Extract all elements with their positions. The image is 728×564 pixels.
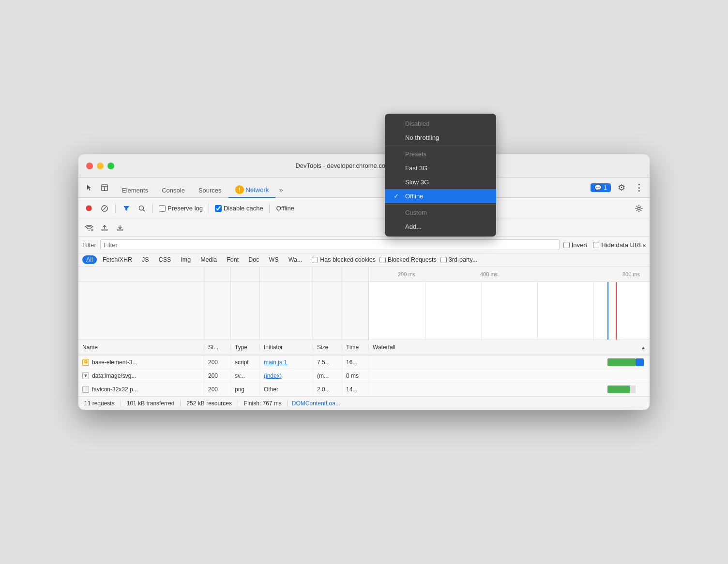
toolbar-separator-3 bbox=[209, 204, 209, 213]
svg-text:⚙: ⚙ bbox=[91, 228, 93, 232]
blocked-cookies-label: Has blocked cookies bbox=[320, 256, 376, 263]
cell-status-1: 200 bbox=[204, 369, 231, 382]
timeline-label-200ms: 200 ms bbox=[398, 271, 415, 277]
tab-left-icons bbox=[82, 181, 111, 197]
cell-type-2: png bbox=[231, 383, 260, 396]
col-header-status[interactable]: St... bbox=[204, 344, 231, 351]
dropdown-item-offline[interactable]: ✓ Offline bbox=[385, 189, 496, 203]
chat-badge[interactable]: 💬 1 bbox=[591, 183, 611, 192]
settings-gear-icon[interactable]: ⚙ bbox=[615, 181, 628, 194]
close-button[interactable] bbox=[86, 163, 93, 169]
svg-point-8 bbox=[89, 230, 90, 231]
svg-rect-13 bbox=[117, 229, 123, 231]
cell-size-0: 7.5... bbox=[313, 356, 342, 369]
upload-icon[interactable] bbox=[98, 221, 111, 235]
cell-size-1: (m... bbox=[313, 369, 342, 382]
search-icon[interactable] bbox=[135, 202, 149, 215]
dropdown-separator-2 bbox=[385, 204, 496, 205]
col-header-time[interactable]: Time bbox=[342, 344, 369, 351]
cell-waterfall-1 bbox=[369, 369, 650, 382]
hide-data-urls-checkbox-group: Hide data URLs bbox=[593, 241, 646, 249]
disable-cache-label: Disable cache bbox=[224, 205, 263, 212]
third-party-checkbox[interactable] bbox=[440, 257, 447, 263]
col-header-size[interactable]: Size bbox=[313, 344, 342, 351]
record-button[interactable]: ⏺ bbox=[82, 202, 96, 215]
invert-label: Invert bbox=[572, 241, 588, 249]
network-warning-icon: ! bbox=[235, 185, 244, 194]
type-filter-fetchxhr[interactable]: Fetch/XHR bbox=[99, 255, 136, 264]
invert-checkbox[interactable] bbox=[563, 242, 570, 248]
cell-status-2: 200 bbox=[204, 383, 231, 396]
timeline-header: 200 ms 400 ms 800 ms bbox=[78, 267, 650, 282]
svg-line-4 bbox=[104, 207, 106, 209]
col-header-waterfall[interactable]: Waterfall ▲ bbox=[369, 344, 650, 351]
cell-initiator-1: (index) bbox=[260, 369, 313, 382]
filter-input[interactable] bbox=[100, 239, 560, 250]
tab-more-button[interactable]: » bbox=[275, 183, 287, 197]
disable-cache-checkbox[interactable] bbox=[215, 205, 222, 212]
tab-sources[interactable]: Sources bbox=[192, 184, 228, 198]
preserve-log-checkbox[interactable] bbox=[159, 205, 166, 212]
filter-icon[interactable] bbox=[120, 202, 133, 215]
status-finish: Finish: 767 ms bbox=[238, 400, 288, 407]
cell-type-0: script bbox=[231, 356, 260, 369]
type-filter-js[interactable]: JS bbox=[138, 255, 153, 264]
type-filter-bar: All Fetch/XHR JS CSS Img Media Font Doc … bbox=[78, 253, 650, 267]
table-row[interactable]: favicon-32x32.p... 200 png Other 2.0... … bbox=[78, 383, 650, 396]
download-icon[interactable] bbox=[113, 221, 127, 235]
png-file-icon bbox=[82, 386, 89, 393]
svg-line-6 bbox=[143, 209, 145, 211]
throttle-dropdown-menu[interactable]: Disabled No throttling Presets Fast 3G S… bbox=[385, 114, 496, 237]
type-filter-css[interactable]: CSS bbox=[155, 255, 175, 264]
minimize-button[interactable] bbox=[97, 163, 104, 169]
type-filter-media[interactable]: Media bbox=[197, 255, 221, 264]
col-header-initiator[interactable]: Initiator bbox=[260, 344, 313, 351]
tab-network[interactable]: ! Network bbox=[228, 182, 276, 198]
type-filter-doc[interactable]: Doc bbox=[244, 255, 263, 264]
table-row[interactable]: ⧉ base-element-3... 200 script main.js:1… bbox=[78, 356, 650, 369]
cell-size-2: 2.0... bbox=[313, 383, 342, 396]
cell-initiator-0: main.js:1 bbox=[260, 356, 313, 369]
tab-bar: Elements Console Sources ! Network » 💬 1… bbox=[78, 178, 650, 198]
col-header-type[interactable]: Type bbox=[231, 344, 260, 351]
cursor-icon[interactable] bbox=[82, 181, 96, 194]
cell-status-0: 200 bbox=[204, 356, 231, 369]
toolbar: ⏺ Preserve log Disable cach bbox=[78, 198, 650, 219]
dropdown-item-no-throttling[interactable]: No throttling bbox=[385, 131, 496, 145]
panel-icon[interactable] bbox=[98, 181, 111, 194]
clear-button[interactable] bbox=[98, 202, 111, 215]
more-options-icon[interactable]: ⋮ bbox=[632, 181, 646, 194]
dropdown-item-add[interactable]: Add... bbox=[385, 220, 496, 234]
toolbar2: ⚙ bbox=[78, 219, 650, 237]
devtools-window: DevTools - developer.chrome.com/docs/dev… bbox=[78, 154, 650, 410]
preserve-log-checkbox-group: Preserve log bbox=[159, 205, 203, 212]
blocked-cookies-checkbox[interactable] bbox=[312, 257, 318, 263]
wifi-settings-icon[interactable]: ⚙ bbox=[82, 221, 96, 235]
type-filter-wa[interactable]: Wa... bbox=[285, 255, 306, 264]
hide-data-urls-checkbox[interactable] bbox=[593, 242, 599, 248]
maximize-button[interactable] bbox=[107, 163, 114, 169]
type-filter-ws[interactable]: WS bbox=[265, 255, 282, 264]
type-filter-font[interactable]: Font bbox=[223, 255, 243, 264]
filter-bar: Filter Invert Hide data URLs bbox=[78, 237, 650, 253]
dropdown-item-slow3g[interactable]: Slow 3G bbox=[385, 175, 496, 189]
cell-initiator-2: Other bbox=[260, 383, 313, 396]
type-filter-all[interactable]: All bbox=[82, 255, 97, 264]
tab-elements[interactable]: Elements bbox=[115, 184, 155, 198]
timeline-grid-line-4 bbox=[593, 282, 594, 340]
table-row[interactable]: ▼ data:image/svg... 200 sv... (index) (m… bbox=[78, 369, 650, 383]
blocked-requests-checkbox[interactable] bbox=[379, 257, 386, 263]
dropdown-item-fast3g[interactable]: Fast 3G bbox=[385, 161, 496, 175]
table-header: Name St... Type Initiator Size Time Wate… bbox=[78, 340, 650, 356]
throttle-dropdown-button[interactable]: Offline bbox=[273, 204, 297, 213]
blocked-cookies-group: Has blocked cookies bbox=[312, 256, 376, 263]
status-resources: 252 kB resources bbox=[181, 400, 238, 407]
type-filter-right: Has blocked cookies Blocked Requests 3rd… bbox=[312, 256, 477, 263]
cell-name-1: ▼ data:image/svg... bbox=[78, 369, 204, 382]
blocked-requests-group: Blocked Requests bbox=[379, 256, 437, 263]
type-filter-img[interactable]: Img bbox=[177, 255, 195, 264]
col-header-name[interactable]: Name bbox=[78, 344, 204, 351]
network-table: Name St... Type Initiator Size Time Wate… bbox=[78, 340, 650, 396]
tab-console[interactable]: Console bbox=[155, 184, 192, 198]
network-settings-icon[interactable] bbox=[632, 202, 646, 215]
